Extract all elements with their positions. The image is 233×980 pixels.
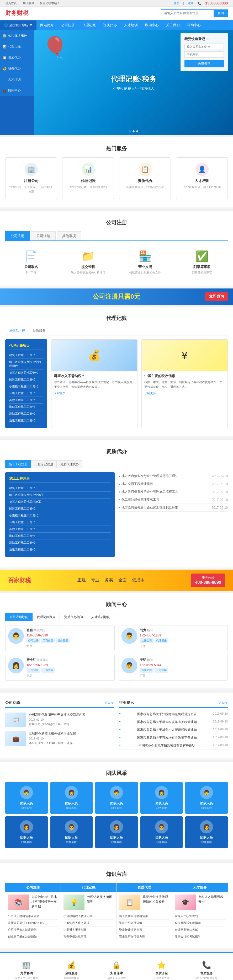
resource-left-item-3[interactable]: 国际工程施工工资代: [9, 505, 111, 512]
team-member-00[interactable]: 👨 团队人员 职务名称: [5, 782, 48, 814]
sidebar-item-company[interactable]: 🏢 公司注册服务: [0, 30, 34, 41]
resource-right-item-3[interactable]: ● 化工石油维修管理要求工具 2017-09-10: [119, 496, 228, 504]
knowledge-item-01[interactable]: 注册公司必须了解的税务知识: [8, 920, 58, 926]
register-link[interactable]: 注册: [188, 1, 194, 5]
nav-item-talent[interactable]: 人才培训: [120, 20, 141, 30]
industry-news-item-1[interactable]: ● 国家税务总局关于增值税改革有关政策通知 2017-09-10: [119, 718, 228, 726]
agency-left-item-1[interactable]: 地方政府债务发行企业的税项代: [9, 359, 43, 369]
knowledge-item-30[interactable]: 财务人员职业规划: [175, 913, 225, 920]
nav-item-register[interactable]: 公司注册: [57, 20, 78, 30]
consultant-tab-3[interactable]: 人才培训顾问: [87, 613, 114, 621]
resource-tab-1[interactable]: 工程专业注册: [31, 460, 57, 468]
knowledge-item-11[interactable]: 一般纳税人账务处理: [64, 920, 113, 926]
knowledge-featured-title-2[interactable]: 重要行业资质代理须知的相关资料: [143, 894, 169, 910]
agency-left-item-8[interactable]: 消防工程施工工资代: [9, 410, 43, 417]
team-member-11[interactable]: 👨 团队人员 职务名称: [50, 816, 93, 848]
team-member-10[interactable]: 👩 团队人员 职务名称: [5, 816, 48, 848]
hot-service-0[interactable]: 🏢 注册公司 快速注册，专业服务，一站式解决方案: [5, 158, 57, 199]
nav-city[interactable]: 🌐 全国城市导航 ▼: [0, 21, 37, 30]
resource-left-item-6[interactable]: 其他工程施工工资代: [9, 526, 111, 533]
resource-right-item-0[interactable]: ● 地方政府债务发行企业管理规范施工通知 2017-09-10: [119, 472, 228, 480]
industry-news-item-3[interactable]: ● 国家税务总局关于营改增有关政策完善通知 2017-09-10: [119, 734, 228, 742]
resource-left-item-2[interactable]: 第三方税务委托工程施工: [9, 498, 111, 505]
knowledge-item-21[interactable]: 资质升级条件详解: [119, 920, 169, 926]
resource-left-item-7[interactable]: 港口工程施工工资代: [9, 533, 111, 539]
knowledge-featured-title-0[interactable]: 办公地址与注册地址不同时候不一样的申报: [32, 894, 58, 910]
agency-left-item-0[interactable]: 建筑工程施工工资代: [9, 352, 43, 359]
agency-read-more-0[interactable]: 了解更多: [54, 391, 135, 395]
consultant-tab-0[interactable]: 公司注册顾问: [5, 613, 32, 621]
resource-right-item-2[interactable]: ● 地方政府债务发行企业管理施工流程工具 2017-09-10: [119, 488, 228, 496]
team-member-01[interactable]: 👩 团队人员 职务名称: [50, 782, 93, 814]
knowledge-item-22[interactable]: 资质转让注意事项: [119, 926, 169, 933]
agency-left-item-7[interactable]: 港口工程施工工资代: [9, 404, 43, 410]
agency-left-item-3[interactable]: 国际工程施工工资代: [9, 376, 43, 383]
sidebar-item-qualification[interactable]: 📋 资质代办: [0, 52, 34, 63]
knowledge-item-13[interactable]: 税务申报注意事项: [64, 933, 113, 940]
resource-left-item-4[interactable]: 小规模工程施工工资代: [9, 512, 111, 519]
hot-service-1[interactable]: 📊 代理记账 专业代理记账，合理税务规划: [62, 158, 114, 199]
resource-left-item-1[interactable]: 地方政府债务发行企业施工: [9, 492, 111, 498]
news-title-1[interactable]: 互联网创新技术服务机构行业发展: [29, 732, 114, 736]
resource-right-item-4[interactable]: ● 地方政府债务发行企业施工管理职位标准 2017-09-10: [119, 504, 228, 512]
sidebar-item-tax[interactable]: 💰 税务代办: [0, 63, 34, 74]
knowledge-item-20[interactable]: 施工资质申请材料清单: [119, 913, 169, 920]
knowledge-featured-title-1[interactable]: 代理记账服务范围说明: [87, 894, 113, 910]
dot-3[interactable]: [136, 130, 138, 132]
resource-left-item-9[interactable]: 通讯工程施工工资代: [9, 546, 111, 553]
agency-left-item-5[interactable]: 环境工程施工工资代: [9, 390, 43, 397]
tab-cancel[interactable]: 公司注销: [31, 231, 56, 240]
team-member-03[interactable]: 👩 团队人员 职务名称: [140, 782, 183, 814]
resource-tab-2[interactable]: 资质代理代办: [57, 460, 82, 468]
nav-item-consultant[interactable]: 顾问中心: [141, 20, 163, 30]
team-member-12[interactable]: 👩 团队人员 职务名称: [95, 816, 138, 848]
industry-news-item-4[interactable]: ● 中国实业企业税前扣除项目有关解释说明 2017-09-10: [119, 742, 228, 750]
hot-service-3[interactable]: 👤 人才培训 专业财税培训，提升职业技能: [176, 158, 228, 199]
set-homepage[interactable]: 设为首页: [5, 1, 17, 5]
add-favorite[interactable]: 加入收藏: [23, 1, 34, 5]
nav-item-intro[interactable]: 网站简介: [37, 20, 57, 30]
resource-tab-0[interactable]: 施工工程注册: [5, 460, 31, 468]
agency-tab-0[interactable]: 增值税申报: [5, 327, 29, 335]
agency-left-item-9[interactable]: 通讯工程施工工资代: [9, 417, 43, 424]
hot-service-2[interactable]: 📋 资质代办 各类资质认证，快速高效办理: [119, 158, 171, 199]
dot-1[interactable]: [129, 130, 131, 132]
knowledge-item-32[interactable]: 会计从业资格考试: [175, 926, 225, 933]
login-link[interactable]: 登录: [174, 1, 179, 5]
resource-left-item-8[interactable]: 消防工程施工工资代: [9, 539, 111, 546]
knowledge-item-00[interactable]: 公司注册材料清单及说明: [8, 913, 58, 920]
search-input[interactable]: [161, 10, 214, 17]
agency-left-item-4[interactable]: 小规模工程施工工资代: [9, 383, 43, 390]
agency-tab-1[interactable]: 特殊服务: [29, 327, 49, 335]
agency-left-item-2[interactable]: 第三方税务委托工资代: [9, 369, 43, 376]
company-news-more[interactable]: 更多>>: [105, 701, 114, 705]
team-member-14[interactable]: 👩 团队人员 职务名称: [185, 816, 228, 848]
resource-left-item-5[interactable]: 环境工程施工工资代: [9, 519, 111, 526]
nav-item-bookkeeping[interactable]: 代理记账: [78, 20, 99, 30]
knowledge-item-12[interactable]: 企业财务报表制作: [64, 926, 113, 933]
knowledge-item-02[interactable]: 公司注册资本制度详解: [8, 926, 58, 933]
sidebar-item-advisor[interactable]: 💼 顾问中心: [0, 85, 34, 96]
register-banner-btn[interactable]: 立即咨询: [205, 292, 228, 301]
resource-left-item-0[interactable]: 建筑工程施工工资代: [9, 485, 111, 492]
login-phone-input[interactable]: [184, 51, 224, 58]
industry-news-more[interactable]: 更多>>: [219, 701, 228, 705]
industry-news-item-2[interactable]: ● 国家税务总局关于减免个人所得税政策通知 2017-09-10: [119, 726, 228, 734]
team-member-13[interactable]: 👨 团队人员 职务名称: [140, 816, 183, 848]
agency-left-item-6[interactable]: 其他工程施工工资代: [9, 397, 43, 404]
industry-news-item-0[interactable]: ● 国家税务总局关于法院撤销减免税规定公告 2017-09-10: [119, 710, 228, 718]
knowledge-item-33[interactable]: 注册会计师考试指导: [175, 933, 225, 940]
search-button[interactable]: 查询: [214, 10, 228, 17]
nav-item-help[interactable]: 帮助中心: [184, 20, 204, 30]
knowledge-item-23[interactable]: 安全生产许可证办理: [119, 933, 169, 940]
consultant-tab-2[interactable]: 资质代办顾问: [60, 613, 87, 621]
sidebar-item-bookkeeping[interactable]: 📊 代理记账: [0, 41, 34, 52]
login-name-input[interactable]: [184, 43, 224, 50]
knowledge-item-31[interactable]: 税务师考试备考指南: [175, 920, 225, 926]
dot-2[interactable]: [132, 130, 135, 132]
resource-right-item-1[interactable]: ● 地方交通工程管理规范 2017-09-10: [119, 480, 228, 488]
news-title-0[interactable]: 公司新时代集团开始开展技术交流用内容: [29, 713, 114, 717]
tab-other[interactable]: 其他事项: [57, 231, 81, 240]
agency-read-more-1[interactable]: 了解更多: [144, 391, 225, 395]
sidebar-item-talent[interactable]: 👤 人才培训: [0, 74, 34, 85]
